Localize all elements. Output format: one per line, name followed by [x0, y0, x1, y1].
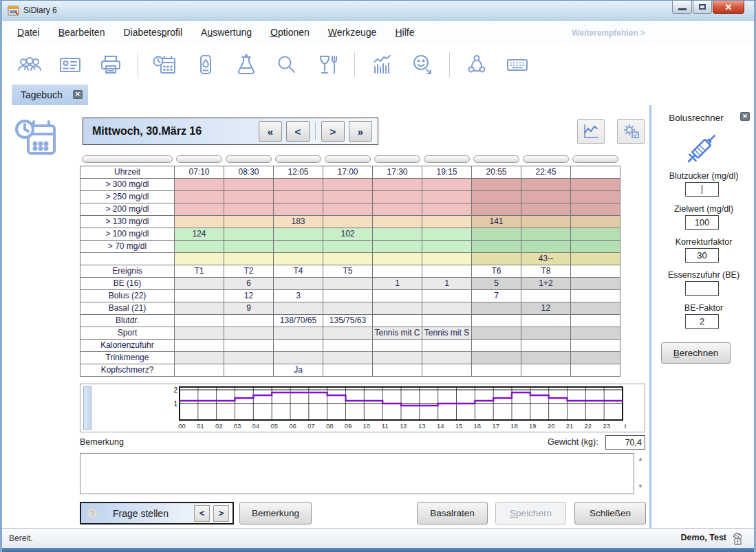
diary-cell[interactable]: [571, 289, 620, 302]
diary-cell[interactable]: T8: [521, 265, 571, 277]
diary-cell[interactable]: [224, 252, 274, 265]
diary-cell[interactable]: T6: [472, 265, 521, 277]
diary-cell[interactable]: [422, 203, 472, 215]
diary-cell[interactable]: [274, 327, 323, 339]
diary-cell[interactable]: 1: [422, 277, 472, 289]
diary-cell[interactable]: [175, 277, 224, 289]
minimize-button[interactable]: [672, 1, 692, 14]
diary-cell[interactable]: [175, 327, 224, 339]
diary-cell[interactable]: 102: [323, 228, 373, 240]
diary-cell[interactable]: [224, 327, 274, 339]
diary-cell[interactable]: [422, 240, 472, 252]
diary-cell[interactable]: [521, 327, 571, 339]
column-header-button[interactable]: [424, 155, 470, 163]
statistics-button[interactable]: [368, 51, 396, 78]
diary-cell[interactable]: [472, 302, 521, 314]
diary-cell[interactable]: [175, 190, 224, 203]
diary-cell[interactable]: [571, 215, 620, 228]
calculate-button[interactable]: Berechnen: [661, 342, 731, 364]
diary-cell[interactable]: [373, 215, 422, 228]
diary-cell[interactable]: [175, 203, 224, 215]
keyboard-button[interactable]: [504, 51, 531, 78]
diary-cell[interactable]: 3: [274, 289, 323, 302]
diary-cell[interactable]: [373, 203, 422, 215]
diary-cell[interactable]: [521, 228, 571, 240]
time-cell[interactable]: 07:10: [175, 166, 224, 178]
diary-cell[interactable]: [571, 364, 620, 376]
column-header-button[interactable]: [374, 155, 420, 163]
diary-cell[interactable]: [224, 351, 274, 364]
diary-cell[interactable]: 6: [224, 277, 274, 289]
diary-cell[interactable]: [422, 190, 472, 203]
column-header-button[interactable]: [176, 155, 222, 163]
diary-cell[interactable]: [274, 190, 323, 203]
column-header-button[interactable]: [572, 155, 618, 163]
diary-cell[interactable]: [175, 364, 224, 376]
remark-textarea[interactable]: [80, 453, 634, 494]
column-header-button[interactable]: [325, 155, 371, 163]
diary-cell[interactable]: [323, 215, 373, 228]
diary-cell[interactable]: [472, 351, 521, 364]
diary-cell[interactable]: [422, 364, 472, 376]
diary-cell[interactable]: [224, 215, 274, 228]
diary-cell[interactable]: [323, 351, 373, 364]
diary-cell[interactable]: [422, 289, 472, 302]
diary-cell[interactable]: [175, 215, 224, 228]
diary-cell[interactable]: [373, 314, 422, 327]
diary-cell[interactable]: [224, 178, 274, 190]
diary-cell[interactable]: [224, 228, 274, 240]
blood-glucose-input[interactable]: [685, 182, 719, 197]
diary-cell[interactable]: 43--: [521, 252, 571, 265]
diary-cell[interactable]: [274, 351, 323, 364]
diary-cell[interactable]: [175, 339, 224, 351]
diary-cell[interactable]: T2: [224, 265, 274, 277]
diary-cell[interactable]: [373, 228, 422, 240]
diary-cell[interactable]: [571, 240, 620, 252]
diary-cell[interactable]: [571, 302, 620, 314]
diary-cell[interactable]: [571, 351, 620, 364]
be-factor-input[interactable]: 2: [685, 314, 719, 329]
bolus-close-icon[interactable]: ✕: [740, 112, 750, 121]
diary-cell[interactable]: 141: [472, 215, 521, 228]
glucose-meter-button[interactable]: [192, 51, 219, 78]
recommend-link[interactable]: Weiterempfehlen >: [572, 28, 645, 38]
diary-cell[interactable]: [175, 252, 224, 265]
diary-cell[interactable]: [521, 314, 571, 327]
menu-item-hilfe[interactable]: Hilfe: [395, 27, 414, 38]
scroll-up-icon[interactable]: ▲: [636, 456, 645, 464]
diary-cell[interactable]: [472, 190, 521, 203]
trend-chart-button[interactable]: [577, 119, 605, 144]
diary-cell[interactable]: Ja: [274, 364, 323, 376]
menu-item-auswertung[interactable]: Auswertung: [201, 27, 252, 38]
diary-cell[interactable]: [323, 289, 373, 302]
diary-cell[interactable]: [422, 339, 472, 351]
diary-cell[interactable]: [472, 203, 521, 215]
diary-cell[interactable]: 5: [472, 277, 521, 289]
diary-cell[interactable]: [422, 314, 472, 327]
diary-cell[interactable]: [521, 203, 571, 215]
diary-cell[interactable]: 1: [373, 277, 422, 289]
diary-cell[interactable]: [373, 190, 422, 203]
diary-cell[interactable]: [521, 240, 571, 252]
column-header-button[interactable]: [473, 155, 519, 163]
last-day-button[interactable]: »: [349, 121, 372, 142]
diary-cell[interactable]: [422, 351, 472, 364]
time-cell[interactable]: 12:05: [274, 166, 323, 178]
diary-cell[interactable]: [521, 215, 571, 228]
diary-cell[interactable]: [571, 277, 620, 289]
time-cell[interactable]: 17:30: [373, 166, 422, 178]
diary-cell[interactable]: [274, 339, 323, 351]
diary-cell[interactable]: [373, 178, 422, 190]
diary-cell[interactable]: [422, 302, 472, 314]
diary-cell[interactable]: [373, 289, 422, 302]
time-cell[interactable]: 19:15: [422, 166, 472, 178]
diary-cell[interactable]: [175, 314, 224, 327]
correction-factor-input[interactable]: 30: [685, 248, 719, 263]
diary-cell[interactable]: [224, 364, 274, 376]
diary-cell[interactable]: [472, 327, 521, 339]
diary-cell[interactable]: [422, 215, 472, 228]
time-cell[interactable]: 08:30: [224, 166, 274, 178]
nutrition-button[interactable]: [314, 51, 341, 78]
diary-cell[interactable]: [571, 203, 620, 215]
diary-cell[interactable]: [422, 265, 472, 277]
